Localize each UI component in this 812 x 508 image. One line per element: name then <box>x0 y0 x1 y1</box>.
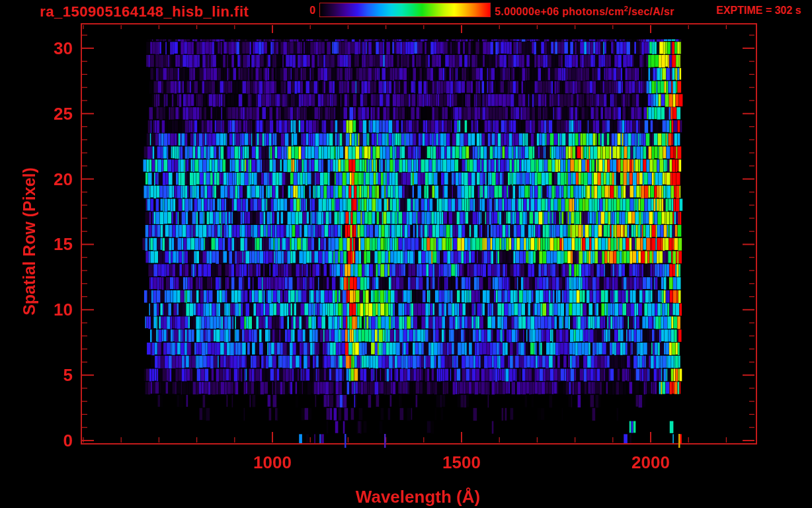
colorbar-min-label: 0 <box>286 5 315 17</box>
colorbar-max-units: /sec/A/sr <box>628 6 674 17</box>
exptime-label: EXPTIME = 302 s <box>716 5 801 17</box>
spectrogram-viewer: ra_150905164148_hisb_lin.fit 0 5.00000e+… <box>0 0 812 508</box>
colorbar-gradient <box>319 3 491 17</box>
y-tick-label: 30 <box>21 38 73 58</box>
x-tick-label: 1500 <box>415 452 508 473</box>
y-tick-label: 0 <box>21 431 73 450</box>
x-tick-label: 2000 <box>604 452 697 473</box>
y-axis-title: Spatial Row (Pixel) <box>19 109 39 374</box>
file-title: ra_150905164148_hisb_lin.fit <box>40 3 249 21</box>
x-axis-title: Wavelength (Å) <box>286 487 550 507</box>
heatmap-canvas <box>82 24 756 443</box>
x-tick-label: 1000 <box>226 452 319 473</box>
colorbar-max-label: 5.00000e+06 photons/cm2/sec/A/sr <box>495 5 674 18</box>
colorbar-max-value: 5.00000e+06 photons/cm <box>495 6 624 17</box>
